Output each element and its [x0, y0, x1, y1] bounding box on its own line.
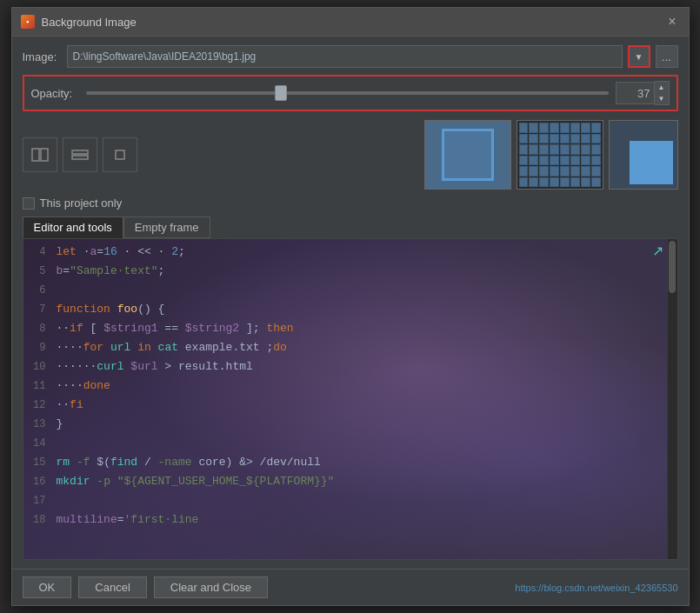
thumbnail-preview-3[interactable]: [609, 120, 678, 190]
titlebar: ▪ Background Image ×: [12, 8, 689, 37]
code-content: 4 let ·a=16 · << · 2; 5 b="Sample·text";…: [23, 239, 677, 533]
opacity-slider[interactable]: [86, 91, 609, 95]
app-icon: ▪: [21, 15, 35, 29]
svg-rect-0: [32, 149, 39, 161]
thumbnail-preview-1[interactable]: [424, 120, 511, 190]
ok-button[interactable]: OK: [23, 576, 72, 598]
background-image-dialog: ▪ Background Image × Image: ▼ ... Opacit…: [11, 7, 690, 606]
table-row: 9 ····for url in cat example.txt ;do: [23, 338, 677, 357]
thumbnail-blue-inner: [442, 129, 494, 181]
opacity-value-box: ▲ ▼: [616, 81, 670, 105]
svg-rect-1: [41, 149, 48, 161]
checkbox-label: This project only: [40, 197, 123, 210]
content-area: Image: ▼ ... Opacity: ▲ ▼: [12, 37, 689, 569]
footer-link[interactable]: https://blog.csdn.net/weixin_42365530: [515, 583, 677, 593]
table-row: 12 ··fi: [23, 396, 677, 415]
svg-rect-2: [72, 150, 88, 154]
table-row: 16 mkdir -p "${AGENT_USER_HOME_${PLATFOR…: [23, 472, 677, 491]
layout-icon-3[interactable]: [103, 137, 137, 172]
dialog-title: Background Image: [42, 16, 137, 29]
image-browse-button[interactable]: ...: [656, 45, 678, 68]
dialog-footer: OK Cancel Clear and Close https://blog.c…: [12, 569, 689, 605]
table-row: 10 ······curl $url > result.html: [23, 357, 677, 376]
table-row: 5 b="Sample·text";: [23, 262, 677, 281]
svg-rect-3: [72, 156, 88, 159]
table-row: 15 rm -f $(find / -name core) &> /dev/nu…: [23, 453, 677, 472]
opacity-increment-button[interactable]: ▲: [655, 82, 669, 93]
table-row: 17: [23, 491, 677, 510]
table-row: 14: [23, 434, 677, 453]
image-label: Image:: [23, 50, 62, 63]
layout-icons-section: [23, 137, 419, 172]
svg-rect-4: [116, 150, 124, 159]
image-path-input[interactable]: [67, 45, 623, 68]
opacity-decrement-button[interactable]: ▼: [655, 93, 669, 104]
image-dropdown-button[interactable]: ▼: [628, 45, 650, 68]
tab-empty-frame[interactable]: Empty frame: [123, 217, 210, 238]
thumbnail-right-block: [630, 141, 673, 184]
table-row: 7 function foo() {: [23, 300, 677, 319]
checkbox-box: [23, 197, 35, 210]
clear-and-close-button[interactable]: Clear and Close: [154, 576, 268, 598]
scrollbar[interactable]: [667, 239, 677, 559]
close-button[interactable]: ×: [664, 13, 679, 30]
this-project-only-checkbox[interactable]: This project only: [23, 197, 123, 210]
table-row: 18 multiline='first·line: [23, 510, 677, 530]
table-row: 6: [23, 281, 677, 300]
corner-indicator: ↗: [652, 243, 663, 259]
opacity-spinner: ▲ ▼: [655, 81, 670, 105]
table-row: 11 ····done: [23, 376, 677, 396]
image-row: Image: ▼ ...: [23, 45, 678, 68]
tab-editor-and-tools[interactable]: Editor and tools: [23, 217, 123, 238]
options-row: This project only: [23, 197, 678, 210]
layout-icon-1[interactable]: [23, 137, 57, 172]
table-row: 13 }: [23, 415, 677, 434]
opacity-value-input[interactable]: [616, 82, 655, 104]
code-editor[interactable]: ↗ 4 let ·a=16 · << · 2; 5 b="Sample·text…: [23, 238, 678, 560]
layout-icon-2[interactable]: [63, 137, 97, 172]
opacity-label: Opacity:: [31, 87, 79, 100]
table-row: 8 ··if [ $string1 == $string2 ]; then: [23, 319, 677, 338]
thumbnails-section: [424, 120, 678, 190]
titlebar-left: ▪ Background Image: [21, 15, 137, 29]
cancel-button[interactable]: Cancel: [78, 576, 146, 598]
thumbnail-preview-2[interactable]: [517, 120, 603, 190]
tabs-row: Editor and tools Empty frame: [23, 217, 678, 238]
opacity-row: Opacity: ▲ ▼: [23, 75, 678, 111]
table-row: 4 let ·a=16 · << · 2;: [23, 243, 677, 262]
scrollbar-thumb: [669, 241, 676, 293]
